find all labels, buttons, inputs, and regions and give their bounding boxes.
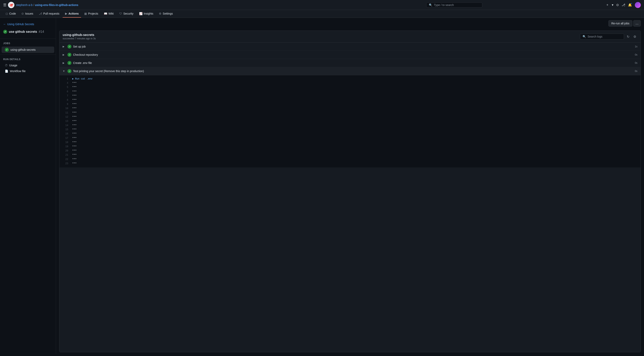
tab-projects[interactable]: ▦ Projects [82, 10, 101, 17]
settings-icon: ⚙ [159, 12, 162, 15]
log-line: 4*** [60, 81, 640, 85]
usage-icon: ⏱ [5, 64, 8, 67]
job-panel-name: using-github-secrets [63, 33, 96, 37]
sidebar-divider-2 [0, 54, 56, 55]
step-time-test-printing: 0s [635, 70, 638, 72]
settings-logs-button[interactable]: ⚙ [632, 33, 638, 40]
avatar[interactable] [635, 2, 641, 8]
issue-icon[interactable]: ⊙ [616, 3, 619, 7]
insights-icon: 📈 [139, 12, 142, 15]
step-set-up-job[interactable]: ▶ ✓ Set up job 1s [60, 42, 640, 51]
log-line: 18*** [60, 141, 640, 145]
log-line: 21*** [60, 153, 640, 157]
job-panel: using-github-secrets succeeded 7 minutes… [59, 30, 641, 352]
log-line-content: *** [72, 145, 77, 149]
search-logs-input[interactable]: 🔍 Search logs [580, 33, 624, 39]
log-line-content: *** [72, 158, 77, 162]
back-link[interactable]: ← Using GitHub Secrets [0, 21, 56, 27]
actions-header: Re-run all jobs … [56, 18, 644, 29]
log-line: 15*** [60, 128, 640, 132]
step-test-printing[interactable]: ▼ ✓ Test printing your secret (Remove th… [60, 67, 640, 75]
step-label-create-env: Create .env file [73, 61, 633, 64]
step-checkout-repository[interactable]: ▶ ✓ Checkout repository 0s [60, 51, 640, 59]
log-line-number: 20 [60, 149, 72, 153]
log-line-number: 22 [60, 158, 72, 162]
log-line-number: 12 [60, 115, 72, 119]
log-line-number: 21 [60, 153, 72, 157]
tab-security[interactable]: 🛡 Security [117, 10, 136, 17]
dropdown-icon[interactable]: ▾ [612, 3, 614, 7]
job-panel-actions: 🔍 Search logs ↻ ⚙ [580, 33, 638, 40]
log-line-content: *** [72, 137, 77, 140]
run-number: #14 [38, 30, 44, 33]
log-line: 5*** [60, 85, 640, 90]
log-line-number: 14 [60, 124, 72, 128]
plus-icon[interactable]: ＋ [606, 3, 609, 7]
log-line: 20*** [60, 149, 640, 153]
pr-icon[interactable]: ⎇ [622, 3, 625, 7]
sidebar-item-using-github-secrets[interactable]: ✓ using-github-secrets [2, 46, 54, 53]
sidebar-item-workflow-file[interactable]: 📄 Workflow file [2, 68, 54, 74]
repo-nav: ◻ Code ⊙ Issues ⎇ Pull requests ▶ Action… [0, 10, 644, 18]
tab-insights[interactable]: 📈 Insights [137, 10, 156, 17]
step-chevron-set-up-job: ▶ [63, 45, 66, 48]
log-line-number: 9 [60, 103, 72, 106]
search-logs-placeholder: Search logs [588, 35, 602, 38]
tab-code[interactable]: ◻ Code [3, 10, 18, 17]
tab-settings[interactable]: ⚙ Settings [156, 10, 175, 17]
breadcrumb-sep: / [34, 3, 34, 6]
log-line-number: 13 [60, 120, 72, 123]
tab-actions-label: Actions [68, 12, 79, 15]
step-chevron-test-printing: ▼ [63, 70, 66, 72]
pr-tab-icon: ⎇ [39, 12, 42, 15]
log-line-number: 4 [60, 81, 72, 85]
log-line: 9*** [60, 102, 640, 107]
log-line-content: *** [72, 132, 77, 136]
refresh-logs-button[interactable]: ↻ [626, 33, 630, 40]
search-placeholder: Type / to search [434, 3, 454, 6]
tab-pull-requests[interactable]: ⎇ Pull requests [36, 10, 62, 17]
step-create-env-file[interactable]: ▶ ✓ Create .env file 0s [60, 59, 640, 67]
notification-dot [631, 2, 632, 4]
log-line-content: *** [72, 90, 77, 94]
tab-settings-label: Settings [163, 12, 173, 15]
tab-issues[interactable]: ⊙ Issues [19, 10, 36, 17]
issues-icon: ⊙ [22, 12, 24, 15]
log-line-content: *** [72, 85, 77, 89]
tab-actions[interactable]: ▶ Actions [63, 10, 81, 17]
log-line-content: *** [72, 149, 77, 153]
log-area: 1▶ Run cat .env4***5***6***7***8***9***1… [60, 75, 640, 168]
log-line: 12*** [60, 115, 640, 119]
hamburger-icon[interactable]: ☰ [3, 3, 6, 7]
log-line: 13*** [60, 119, 640, 124]
notification-icon[interactable]: 🔔 [628, 3, 632, 7]
more-options-button[interactable]: … [633, 20, 641, 26]
back-arrow-icon: ← [3, 22, 6, 26]
tab-insights-label: Insights [144, 12, 153, 15]
sidebar-item-usage[interactable]: ⏱ Usage [2, 62, 54, 68]
owner-link[interactable]: stephenh-a-b [16, 3, 32, 6]
log-line-content: *** [72, 128, 77, 132]
sidebar-divider-1 [0, 38, 56, 39]
search-logs-icon: 🔍 [582, 35, 586, 38]
step-success-checkout: ✓ [68, 53, 72, 57]
page-layout: ← Using GitHub Secrets ✓ use github secr… [0, 18, 644, 354]
log-line-content: *** [72, 81, 77, 85]
tab-wiki[interactable]: 📖 Wiki [102, 10, 116, 17]
log-line-number: 1 [60, 77, 72, 81]
steps-list: ▶ ✓ Set up job 1s ▶ ✓ Checkout repositor… [60, 42, 640, 168]
log-line-number: 19 [60, 145, 72, 149]
log-line: 8*** [60, 98, 640, 102]
more-options-icon: … [636, 21, 638, 25]
log-line-content: *** [72, 153, 77, 157]
tab-projects-label: Projects [88, 12, 98, 15]
log-line: 6*** [60, 90, 640, 94]
actions-icon: ▶ [65, 12, 67, 15]
log-line-content: *** [72, 107, 77, 111]
repo-link[interactable]: using-env-files-in-github-actions [35, 3, 78, 6]
code-icon: ◻ [6, 12, 8, 15]
step-time-set-up-job: 1s [635, 45, 638, 48]
search-icon: 🔍 [429, 3, 432, 6]
global-search[interactable]: 🔍 Type / to search [426, 2, 482, 7]
rerun-all-jobs-button[interactable]: Re-run all jobs [608, 20, 632, 26]
